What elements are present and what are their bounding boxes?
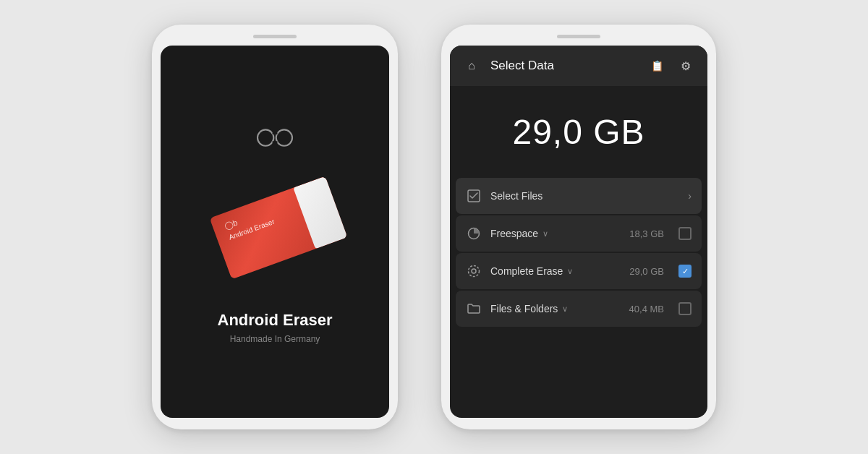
freespace-item[interactable]: Freespace ∨ 18,3 GB (456, 215, 702, 252)
complete-erase-checkbox[interactable]: ✓ (678, 265, 692, 278)
settings-button[interactable]: ⚙ (676, 56, 696, 76)
eraser-illustration: ◯b Android Eraser (203, 188, 347, 282)
speaker-bar-left (253, 35, 297, 38)
app-title: Android Eraser (218, 311, 333, 330)
select-files-label: Select Files (490, 190, 679, 202)
eraser-red-part: ◯b Android Eraser (210, 176, 348, 279)
app-tagline: Handmade In Germany (230, 334, 320, 344)
splash-screen: ◯b Android Eraser Android Eraser Handmad… (161, 46, 389, 418)
freespace-label: Freespace ∨ (490, 228, 621, 239)
svg-point-0 (258, 129, 273, 145)
clipboard-button[interactable]: 📋 (647, 56, 667, 76)
complete-erase-icon (466, 263, 482, 279)
menu-list: Select Files › Freespace ∨ 1 (450, 178, 707, 418)
svg-point-7 (472, 269, 476, 273)
complete-erase-size: 29,0 GB (629, 266, 664, 277)
clipboard-icon: 📋 (651, 60, 663, 72)
phones-container: ◯b Android Eraser Android Eraser Handmad… (0, 0, 868, 454)
left-phone: ◯b Android Eraser Android Eraser Handmad… (152, 25, 398, 429)
files-folders-size: 40,4 MB (629, 304, 664, 314)
files-folders-label: Files & Folders ∨ (490, 303, 621, 314)
select-files-item[interactable]: Select Files › (456, 178, 702, 214)
screen-title: Select Data (490, 59, 638, 73)
app-bar: ⌂ Select Data 📋 ⚙ (450, 46, 707, 86)
freespace-dropdown-arrow: ∨ (542, 229, 548, 239)
storage-size-value: 29,0 GB (512, 112, 644, 152)
complete-erase-dropdown-arrow: ∨ (567, 267, 573, 276)
freespace-icon (466, 226, 482, 241)
app-screen: ⌂ Select Data 📋 ⚙ 29,0 GB (450, 46, 707, 418)
app-logo-icon (253, 120, 297, 159)
files-folders-checkbox[interactable] (678, 302, 692, 315)
right-phone: ⌂ Select Data 📋 ⚙ 29,0 GB (441, 25, 716, 429)
eraser-white-tip (293, 176, 347, 249)
files-folders-icon (466, 301, 482, 317)
svg-point-6 (469, 266, 480, 277)
complete-erase-label: Complete Erase ∨ (490, 265, 621, 277)
complete-erase-item[interactable]: Complete Erase ∨ 29,0 GB ✓ (456, 253, 702, 289)
home-icon: ⌂ (468, 59, 475, 72)
freespace-checkbox[interactable] (678, 227, 692, 240)
speaker-bar-right (557, 35, 600, 38)
home-button[interactable]: ⌂ (461, 56, 482, 76)
storage-display: 29,0 GB (450, 86, 707, 178)
files-folders-item[interactable]: Files & Folders ∨ 40,4 MB (456, 291, 702, 327)
svg-point-1 (276, 129, 292, 145)
freespace-size: 18,3 GB (629, 228, 664, 239)
select-files-icon (466, 188, 482, 204)
files-folders-dropdown-arrow: ∨ (562, 304, 568, 314)
settings-icon: ⚙ (681, 59, 691, 73)
select-files-chevron: › (688, 190, 692, 202)
